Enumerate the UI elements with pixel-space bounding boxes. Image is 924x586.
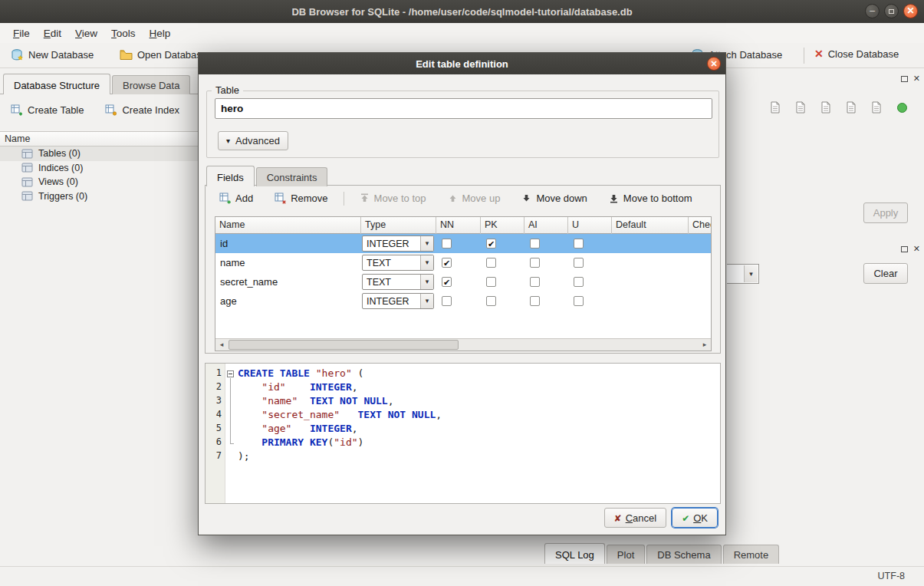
table-name-input[interactable] [215,98,712,119]
menu-view[interactable]: View [68,25,104,41]
ai-checkbox[interactable] [530,296,540,306]
default-cell[interactable] [612,291,689,311]
move-down-button[interactable]: Move down [515,189,593,207]
type-combobox[interactable]: INTEGER▾ [362,293,434,309]
menu-tools[interactable]: Tools [104,25,143,41]
menu-help[interactable]: Help [143,25,178,41]
toolbar-new-database-button[interactable]: New Database [6,46,98,64]
column-header-ai[interactable]: AI [524,217,568,234]
nn-checkbox[interactable] [442,239,452,249]
nn-checkbox[interactable] [442,296,452,306]
tree-item-views-0[interactable]: Views (0) [0,175,198,189]
toolbar-close-database-button[interactable]: ✕Close Database [810,46,903,62]
cell-toolbar-button-1[interactable] [767,99,784,116]
tab-plot[interactable]: Plot [607,545,645,564]
apply-button[interactable]: Apply [863,202,908,223]
partial-combobox[interactable]: ▾ [727,264,759,284]
dialog-tab-constraints[interactable]: Constraints [256,167,328,186]
field-row-age[interactable]: ageINTEGER▾ [215,291,712,311]
cell-toolbar-button-5[interactable] [868,99,885,116]
u-checkbox[interactable] [574,258,584,268]
cancel-button[interactable]: ✘Cancel [604,508,667,528]
column-header-name[interactable]: Name [215,217,361,234]
cell-toolbar-button-6[interactable] [893,99,910,116]
field-row-name[interactable]: nameTEXT▾✔ [215,253,712,272]
cell-toolbar-button-3[interactable] [817,99,834,116]
field-row-secret-name[interactable]: secret_nameTEXT▾✔ [215,272,712,291]
pk-checkbox[interactable]: ✔ [486,239,496,249]
scroll-left-icon[interactable]: ◂ [215,339,228,351]
tab-database-structure[interactable]: Database Structure [3,74,110,94]
tab-db-schema[interactable]: DB Schema [646,545,721,564]
tree-item-triggers-0[interactable]: Triggers (0) [0,189,198,204]
u-checkbox[interactable] [574,277,584,287]
tree-item-tables-0[interactable]: Tables (0) [0,146,198,161]
chevron-down-icon[interactable]: ▾ [420,236,433,251]
dialog-close-icon[interactable]: ✕ [707,57,721,71]
remove-button[interactable]: Remove [268,189,334,207]
dock-float-icon[interactable] [901,76,908,82]
tree-item-indices-0[interactable]: Indices (0) [0,161,198,176]
pk-checkbox[interactable] [486,277,496,287]
move-to-bottom-button[interactable]: Move to bottom [603,189,699,207]
tab-remote[interactable]: Remote [723,545,780,564]
cell-toolbar-button-4[interactable] [843,99,860,116]
pk-checkbox[interactable] [486,296,496,306]
scrollbar-thumb[interactable] [229,340,459,350]
u-checkbox[interactable] [574,239,584,249]
ai-checkbox[interactable] [530,277,540,287]
ai-checkbox[interactable] [530,239,540,249]
move-to-top-button[interactable]: Move to top [353,189,432,207]
ok-button[interactable]: ✔OK [672,508,718,528]
ai-checkbox[interactable] [530,258,540,268]
type-combobox[interactable]: INTEGER▾ [362,235,434,252]
u-checkbox[interactable] [574,296,584,306]
nn-checkbox[interactable]: ✔ [442,277,452,287]
minimize-icon[interactable]: ‒ [865,4,880,18]
menu-edit[interactable]: Edit [37,25,68,41]
move-up-button[interactable]: Move up [442,189,507,207]
dialog-tab-fields[interactable]: Fields [206,166,255,186]
encoding-indicator[interactable]: UTF-8 [878,571,905,581]
default-cell[interactable] [612,234,689,253]
check-cell[interactable] [689,234,712,253]
column-header-pk[interactable]: PK [481,217,524,234]
column-header-default[interactable]: Default [612,217,689,234]
type-combobox[interactable]: TEXT▾ [362,255,434,271]
fold-collapse-icon[interactable] [227,370,234,377]
dialog-titlebar[interactable]: Edit table definition ✕ [199,53,725,74]
tab-browse-data[interactable]: Browse Data [112,75,190,94]
check-cell[interactable] [689,272,712,291]
horizontal-scrollbar[interactable]: ◂ ▸ [215,338,711,351]
menu-file[interactable]: File [6,25,37,41]
chevron-down-icon[interactable]: ▾ [420,255,433,270]
column-header-u[interactable]: U [568,217,612,234]
check-cell[interactable] [689,291,712,311]
field-row-id[interactable]: idINTEGER▾✔ [215,234,712,253]
chevron-down-icon[interactable]: ▾ [420,294,433,308]
tab-sql-log[interactable]: SQL Log [544,543,605,564]
dock-close-icon[interactable]: ✕ [913,245,920,253]
type-combobox[interactable]: TEXT▾ [362,274,434,290]
column-header-nn[interactable]: NN [436,217,481,234]
dock-close-icon[interactable]: ✕ [913,74,920,83]
scroll-right-icon[interactable]: ▸ [699,339,711,351]
window-titlebar[interactable]: DB Browser for SQLite - /home/user/code/… [0,0,924,23]
dock-float-icon[interactable] [901,246,908,252]
create-table-button[interactable]: Create Table [5,100,90,120]
chevron-down-icon[interactable]: ▾ [420,275,433,289]
column-header-type[interactable]: Type [361,217,436,234]
column-header-check[interactable]: Check [689,217,712,234]
pk-checkbox[interactable] [486,258,496,268]
default-cell[interactable] [612,253,689,272]
add-button[interactable]: Add [213,189,259,207]
maximize-icon[interactable] [884,4,899,18]
close-icon[interactable]: ✕ [903,4,918,18]
clear-button[interactable]: Clear [863,263,908,284]
nn-checkbox[interactable]: ✔ [442,258,452,268]
cell-toolbar-button-2[interactable] [792,99,809,116]
default-cell[interactable] [612,272,689,291]
advanced-button[interactable]: ▾ Advanced [218,131,288,150]
create-index-button[interactable]: Create Index [99,100,185,120]
check-cell[interactable] [689,253,712,272]
